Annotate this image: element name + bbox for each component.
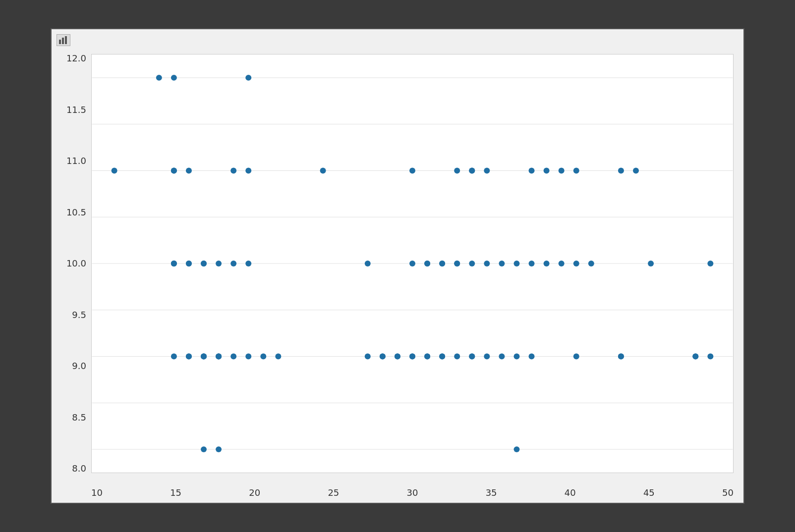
data-point: [365, 261, 371, 266]
data-point: [573, 167, 579, 173]
y-tick-label: 11.0: [52, 157, 86, 165]
data-point: [588, 261, 594, 266]
svg-rect-2: [65, 36, 67, 44]
x-tick-label: 30: [407, 487, 418, 498]
data-point: [320, 167, 326, 173]
y-tick-label: 9.0: [52, 362, 86, 371]
data-point: [171, 167, 177, 173]
data-point: [216, 261, 222, 266]
data-point: [484, 167, 490, 173]
data-point: [544, 167, 550, 173]
x-tick-label: 25: [328, 487, 339, 498]
data-point: [112, 167, 117, 173]
data-point: [201, 354, 207, 360]
data-point: [469, 354, 475, 360]
data-point: [454, 167, 460, 173]
data-point: [380, 354, 386, 360]
x-tick-label: 45: [643, 487, 655, 498]
data-point: [544, 261, 550, 266]
data-point: [633, 167, 639, 173]
data-point: [513, 446, 519, 452]
x-tick-label: 40: [565, 487, 576, 498]
svg-rect-1: [62, 38, 64, 44]
data-point: [409, 261, 415, 266]
scatter-plot: [92, 54, 733, 473]
y-tick-label: 8.5: [52, 413, 86, 422]
y-tick-label: 8.0: [52, 464, 86, 473]
data-point: [573, 354, 579, 360]
data-point: [186, 354, 192, 360]
data-point: [216, 354, 222, 360]
x-axis: 101520253035404550: [91, 487, 734, 498]
x-tick-label: 50: [722, 487, 734, 498]
data-point: [171, 261, 177, 266]
y-tick-label: 11.5: [52, 106, 86, 114]
data-point: [245, 75, 251, 81]
toolbar[interactable]: [57, 34, 70, 46]
data-point: [260, 354, 266, 360]
data-point: [186, 167, 192, 173]
data-point: [692, 354, 698, 360]
data-point: [513, 261, 519, 266]
data-point: [424, 354, 430, 360]
data-point: [499, 261, 505, 266]
data-point: [529, 261, 535, 266]
data-point: [171, 354, 177, 360]
chart-container: 12.011.511.010.510.09.59.08.58.0 1015202…: [51, 28, 744, 504]
data-point: [484, 261, 490, 266]
data-point: [648, 261, 654, 266]
data-point: [230, 261, 236, 266]
data-point: [618, 167, 624, 173]
data-point: [469, 261, 475, 266]
data-point: [529, 167, 535, 173]
x-tick-label: 15: [170, 487, 181, 498]
svg-rect-0: [59, 40, 61, 44]
y-axis: 12.011.511.010.510.09.59.08.58.0: [52, 54, 89, 473]
plot-area: [91, 54, 734, 473]
data-point: [529, 354, 535, 360]
y-tick-label: 10.0: [52, 259, 86, 268]
data-point: [171, 75, 177, 81]
data-point: [201, 261, 207, 266]
data-point: [707, 354, 713, 360]
data-point: [365, 354, 371, 360]
data-point: [469, 167, 475, 173]
data-point: [245, 167, 251, 173]
y-tick-label: 9.5: [52, 311, 86, 319]
data-point: [573, 261, 579, 266]
data-point: [395, 354, 400, 360]
data-point: [275, 354, 281, 360]
data-point: [484, 354, 490, 360]
data-point: [186, 261, 192, 266]
data-point: [201, 446, 207, 452]
data-point: [454, 354, 460, 360]
y-tick-label: 12.0: [52, 54, 86, 63]
data-point: [439, 354, 445, 360]
data-point: [230, 354, 236, 360]
data-point: [409, 167, 415, 173]
data-point: [439, 261, 445, 266]
data-point: [618, 354, 624, 360]
data-point: [245, 354, 251, 360]
data-point: [245, 261, 251, 266]
data-point: [454, 261, 460, 266]
data-point: [707, 261, 713, 266]
y-tick-label: 10.5: [52, 208, 86, 217]
data-point: [499, 354, 505, 360]
data-point: [216, 446, 222, 452]
data-point: [424, 261, 430, 266]
data-point: [409, 354, 415, 360]
data-point: [230, 167, 236, 173]
data-point: [513, 354, 519, 360]
bar-chart-icon[interactable]: [57, 34, 70, 46]
x-tick-label: 10: [91, 487, 103, 498]
data-point: [559, 261, 565, 266]
data-point: [156, 75, 162, 81]
x-tick-label: 20: [249, 487, 260, 498]
x-tick-label: 35: [486, 487, 497, 498]
data-point: [559, 167, 565, 173]
